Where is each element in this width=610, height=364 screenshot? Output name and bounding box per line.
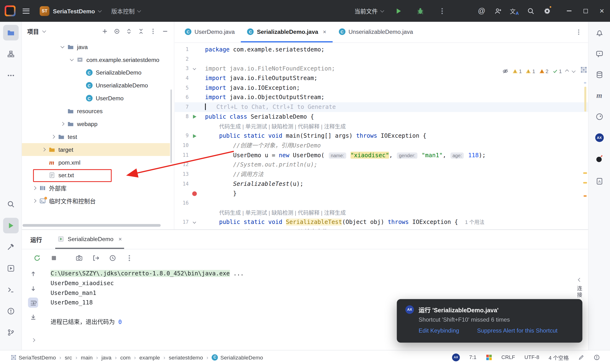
settings-gear-icon[interactable]: [540, 4, 554, 18]
tree-item-test[interactable]: test: [22, 130, 170, 143]
tool-search-icon[interactable]: [3, 196, 18, 212]
error-stripe[interactable]: [582, 65, 588, 229]
tool-services-icon[interactable]: [3, 260, 18, 276]
tree-item-UnserializableDemo[interactable]: CUnserializableDemo: [22, 79, 170, 92]
right-collapsed-tab-label[interactable]: 连接: [575, 286, 583, 298]
database-icon[interactable]: [591, 67, 607, 82]
fold-icon[interactable]: [193, 220, 196, 223]
ai-assistant-icon[interactable]: [591, 46, 607, 62]
history-icon[interactable]: [109, 254, 116, 261]
input-method-icon[interactable]: [486, 354, 492, 360]
code-line[interactable]: 16: [175, 198, 588, 208]
gradle-icon[interactable]: [591, 109, 607, 124]
breadcrumb-item-com[interactable]: com: [120, 354, 130, 360]
code-line[interactable]: 代码生成 | 单元测试 | 缺陷检测 | 代码解释 | 注释生成: [175, 208, 588, 218]
expand-console-icon[interactable]: [28, 335, 38, 345]
tree-item-pom.xml[interactable]: mpom.xml: [22, 156, 170, 169]
tree-item-外部库[interactable]: 外部库: [22, 182, 170, 195]
breadcrumb-item-SeriaTestDemo[interactable]: SeriaTestDemo: [11, 354, 56, 360]
next-occurrence-icon[interactable]: [28, 283, 38, 293]
ax-assistant-icon[interactable]: AX: [591, 130, 607, 145]
more-actions-icon[interactable]: [435, 4, 449, 18]
tab-UserDemo.java[interactable]: CUserDemo.java: [179, 22, 241, 42]
select-opened-file-icon[interactable]: [114, 28, 120, 35]
tab-SerializableDemo.java[interactable]: CSerializableDemo.java×: [241, 22, 332, 42]
inspection-warn-badge[interactable]: 1: [512, 68, 522, 74]
inspection-warn-badge[interactable]: 1: [526, 68, 535, 74]
code-line[interactable]: 9 public static void main(String[] args)…: [175, 131, 588, 141]
soft-wrap-icon[interactable]: [28, 298, 38, 308]
hide-inspections-icon[interactable]: [502, 68, 508, 74]
more-options-icon[interactable]: [126, 254, 133, 261]
editor-body[interactable]: 1package com.example.seriatestdemo;23imp…: [175, 43, 588, 229]
close-tab-icon[interactable]: ×: [323, 28, 326, 35]
ax-plugin-icon[interactable]: AX: [452, 353, 460, 361]
collapse-right-icon[interactable]: [579, 276, 581, 283]
maximize-button[interactable]: [577, 0, 594, 22]
close-button[interactable]: ×: [594, 0, 610, 22]
next-problem-icon[interactable]: [572, 69, 575, 72]
tool-version-control-icon[interactable]: [3, 325, 18, 340]
tool-build-icon[interactable]: [3, 239, 18, 255]
breadcrumb-item-SerializableDemo[interactable]: CSerializableDemo: [212, 354, 263, 360]
code-line[interactable]: 代码生成 | 单元测试 | 缺陷检测 | 代码解释 | 注释生成: [175, 121, 588, 131]
ai-mention-icon[interactable]: @: [475, 4, 489, 18]
close-run-tab-icon[interactable]: ×: [118, 236, 122, 242]
tree-item-SerializableDemo[interactable]: CSerializableDemo: [22, 66, 170, 79]
maven-icon[interactable]: m: [591, 88, 607, 104]
tree-item-webapp[interactable]: webapp: [22, 117, 170, 130]
tree-item-UserDemo[interactable]: CUserDemo: [22, 92, 170, 104]
prev-occurrence-icon[interactable]: [28, 269, 38, 279]
tool-more-tools-icon[interactable]: [3, 68, 18, 83]
scroll-to-end-icon[interactable]: [28, 312, 38, 322]
vcs-widget[interactable]: 版本控制: [111, 7, 140, 15]
code-line[interactable]: 5import java.io.IOException;: [175, 83, 588, 93]
line-ending-indicator[interactable]: CRLF: [501, 354, 515, 360]
hide-panel-icon[interactable]: [162, 28, 169, 35]
writable-toggle-icon[interactable]: [578, 354, 584, 360]
tree-item-ser.txt[interactable]: ser.txt: [22, 169, 170, 182]
chevron-right-icon[interactable]: [30, 200, 39, 202]
code-line[interactable]: 1package com.example.seriatestdemo;: [175, 45, 588, 54]
rerun-icon[interactable]: [33, 254, 41, 261]
bomb-plugin-icon[interactable]: [591, 151, 607, 166]
code-line[interactable]: 13 //调用方法: [175, 169, 588, 179]
chevron-down-icon[interactable]: [67, 58, 76, 61]
search-icon[interactable]: [524, 4, 538, 18]
code-line[interactable]: 14 SerializableTest(u);: [175, 179, 588, 189]
ide-logo-icon[interactable]: [5, 5, 16, 16]
code-line[interactable]: 7 Ctrl+L to Chat, Ctrl+I to Generate: [175, 103, 588, 112]
breadcrumb-item-seriatestdemo[interactable]: seriatestdemo: [169, 354, 203, 360]
tool-project-icon[interactable]: [3, 25, 18, 40]
code-line[interactable]: 8public class SerializableDemo {: [175, 112, 588, 121]
tree-item-resources[interactable]: resources: [22, 104, 170, 117]
tab-list-more-icon[interactable]: [575, 29, 582, 36]
tool-run-icon[interactable]: [3, 218, 18, 233]
encoding-indicator[interactable]: UTF-8: [524, 354, 539, 360]
run-configuration-widget[interactable]: 当前文件: [354, 7, 383, 15]
notification-action[interactable]: Edit Keybinding: [419, 327, 459, 334]
prev-problem-icon[interactable]: [565, 69, 569, 73]
notification-action[interactable]: Suppress Alert for this Shortcut: [477, 327, 558, 334]
expand-all-icon[interactable]: [126, 28, 132, 35]
code-line[interactable]: 11 UserDemo u = new UserDemo( name: "xia…: [175, 150, 588, 160]
chevron-down-icon[interactable]: [42, 29, 46, 32]
device-explorer-icon[interactable]: A: [591, 173, 607, 189]
breakpoint-icon[interactable]: [192, 191, 197, 196]
run-line-icon[interactable]: [193, 134, 196, 138]
minimize-button[interactable]: [561, 0, 577, 22]
main-menu-icon[interactable]: [23, 8, 29, 13]
tree-item-com.example.seriatestdemo[interactable]: com.example.seriatestdemo: [22, 53, 170, 66]
tree-item-target[interactable]: target: [22, 143, 170, 156]
tool-structure-icon[interactable]: [3, 46, 18, 62]
code-with-me-icon[interactable]: [491, 4, 505, 18]
code-line[interactable]: 6import java.io.ObjectOutputStream;: [175, 93, 588, 102]
chevron-down-icon[interactable]: [58, 46, 66, 48]
code-line[interactable]: }: [175, 189, 588, 198]
run-tab[interactable]: SerializableDemo ×: [55, 230, 124, 249]
project-vertical-scrollbar[interactable]: [170, 90, 172, 163]
breadcrumb-item-main[interactable]: main: [81, 354, 93, 360]
notifications-status-icon[interactable]: [594, 354, 600, 360]
tree-item-临时文件和控制台[interactable]: 临时文件和控制台: [22, 195, 170, 207]
tree-item-java[interactable]: java: [22, 40, 170, 53]
